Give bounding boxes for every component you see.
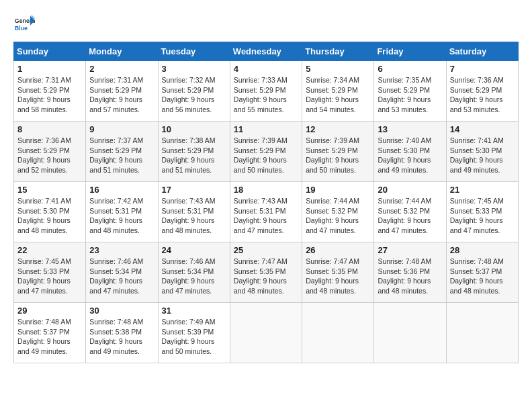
day-info: Sunrise: 7:47 AMSunset: 5:35 PMDaylight:… [234, 257, 287, 295]
day-number: 7 [450, 64, 515, 74]
day-info: Sunrise: 7:41 AMSunset: 5:30 PMDaylight:… [450, 136, 504, 174]
day-number: 13 [378, 124, 442, 134]
calendar-cell: 5 Sunrise: 7:34 AMSunset: 5:29 PMDayligh… [302, 61, 374, 122]
calendar-cell: 4 Sunrise: 7:33 AMSunset: 5:29 PMDayligh… [230, 61, 302, 122]
calendar-cell: 3 Sunrise: 7:32 AMSunset: 5:29 PMDayligh… [158, 61, 230, 122]
day-number: 15 [17, 185, 82, 195]
calendar-cell: 25 Sunrise: 7:47 AMSunset: 5:35 PMDaylig… [230, 242, 302, 303]
day-number: 14 [450, 124, 515, 134]
day-number: 23 [89, 245, 154, 255]
calendar-cell: 19 Sunrise: 7:44 AMSunset: 5:32 PMDaylig… [302, 182, 374, 242]
day-info: Sunrise: 7:44 AMSunset: 5:32 PMDaylight:… [378, 197, 431, 234]
day-number: 24 [162, 245, 226, 255]
calendar-cell: 20 Sunrise: 7:44 AMSunset: 5:32 PMDaylig… [374, 182, 446, 242]
calendar-week-row: 1 Sunrise: 7:31 AMSunset: 5:29 PMDayligh… [14, 61, 519, 122]
day-number: 8 [17, 124, 82, 134]
calendar-cell: 18 Sunrise: 7:43 AMSunset: 5:31 PMDaylig… [230, 182, 302, 242]
day-info: Sunrise: 7:33 AMSunset: 5:29 PMDaylight:… [234, 76, 287, 113]
calendar-cell: 12 Sunrise: 7:39 AMSunset: 5:29 PMDaylig… [302, 122, 374, 182]
calendar-header-tuesday: Tuesday [158, 42, 230, 61]
day-number: 22 [17, 245, 82, 255]
calendar-cell: 21 Sunrise: 7:45 AMSunset: 5:33 PMDaylig… [446, 182, 518, 242]
calendar-week-row: 29 Sunrise: 7:48 AMSunset: 5:37 PMDaylig… [14, 303, 519, 363]
calendar-cell: 11 Sunrise: 7:39 AMSunset: 5:29 PMDaylig… [230, 122, 302, 182]
day-info: Sunrise: 7:45 AMSunset: 5:33 PMDaylight:… [17, 257, 71, 295]
day-info: Sunrise: 7:40 AMSunset: 5:30 PMDaylight:… [378, 136, 431, 174]
day-number: 5 [306, 64, 370, 74]
day-info: Sunrise: 7:48 AMSunset: 5:36 PMDaylight:… [378, 257, 431, 295]
day-info: Sunrise: 7:46 AMSunset: 5:34 PMDaylight:… [89, 257, 143, 295]
day-info: Sunrise: 7:31 AMSunset: 5:29 PMDaylight:… [89, 76, 143, 113]
day-number: 6 [378, 64, 442, 74]
calendar-cell: 26 Sunrise: 7:47 AMSunset: 5:35 PMDaylig… [302, 242, 374, 303]
day-info: Sunrise: 7:48 AMSunset: 5:37 PMDaylight:… [450, 257, 504, 295]
calendar-cell: 28 Sunrise: 7:48 AMSunset: 5:37 PMDaylig… [446, 242, 518, 303]
day-number: 11 [234, 124, 298, 134]
calendar-cell: 22 Sunrise: 7:45 AMSunset: 5:33 PMDaylig… [14, 242, 86, 303]
day-number: 27 [378, 245, 442, 255]
calendar-cell: 6 Sunrise: 7:35 AMSunset: 5:29 PMDayligh… [374, 61, 446, 122]
calendar-cell: 23 Sunrise: 7:46 AMSunset: 5:34 PMDaylig… [86, 242, 158, 303]
calendar-cell: 13 Sunrise: 7:40 AMSunset: 5:30 PMDaylig… [374, 122, 446, 182]
calendar-header-sunday: Sunday [14, 42, 86, 61]
day-number: 29 [17, 306, 82, 316]
calendar-table: SundayMondayTuesdayWednesdayThursdayFrid… [13, 42, 519, 363]
day-info: Sunrise: 7:49 AMSunset: 5:39 PMDaylight:… [162, 318, 216, 355]
day-number: 25 [234, 245, 298, 255]
calendar-cell: 7 Sunrise: 7:36 AMSunset: 5:29 PMDayligh… [446, 61, 518, 122]
day-info: Sunrise: 7:35 AMSunset: 5:29 PMDaylight:… [378, 76, 431, 113]
day-info: Sunrise: 7:34 AMSunset: 5:29 PMDaylight:… [306, 76, 359, 113]
day-info: Sunrise: 7:48 AMSunset: 5:37 PMDaylight:… [17, 318, 71, 355]
svg-text:Blue: Blue [15, 25, 28, 32]
day-number: 26 [306, 245, 370, 255]
page-header: General Blue [13, 13, 519, 35]
day-number: 20 [378, 185, 442, 195]
day-number: 28 [450, 245, 515, 255]
day-number: 31 [162, 306, 226, 316]
calendar-cell: 9 Sunrise: 7:37 AMSunset: 5:29 PMDayligh… [86, 122, 158, 182]
calendar-cell: 31 Sunrise: 7:49 AMSunset: 5:39 PMDaylig… [158, 303, 230, 363]
day-number: 1 [17, 64, 82, 74]
logo: General Blue [13, 13, 35, 35]
day-number: 9 [89, 124, 154, 134]
day-number: 19 [306, 185, 370, 195]
calendar-cell: 2 Sunrise: 7:31 AMSunset: 5:29 PMDayligh… [86, 61, 158, 122]
calendar-week-row: 8 Sunrise: 7:36 AMSunset: 5:29 PMDayligh… [14, 122, 519, 182]
calendar-header-row: SundayMondayTuesdayWednesdayThursdayFrid… [14, 42, 519, 61]
day-info: Sunrise: 7:47 AMSunset: 5:35 PMDaylight:… [306, 257, 359, 295]
calendar-header-thursday: Thursday [302, 42, 374, 61]
day-info: Sunrise: 7:43 AMSunset: 5:31 PMDaylight:… [234, 197, 287, 234]
day-number: 18 [234, 185, 298, 195]
calendar-header-monday: Monday [86, 42, 158, 61]
calendar-header-saturday: Saturday [446, 42, 518, 61]
day-info: Sunrise: 7:44 AMSunset: 5:32 PMDaylight:… [306, 197, 359, 234]
calendar-cell: 1 Sunrise: 7:31 AMSunset: 5:29 PMDayligh… [14, 61, 86, 122]
calendar-cell: 24 Sunrise: 7:46 AMSunset: 5:34 PMDaylig… [158, 242, 230, 303]
calendar-cell: 27 Sunrise: 7:48 AMSunset: 5:36 PMDaylig… [374, 242, 446, 303]
page-container: General Blue SundayMondayTuesdayWednesda… [13, 13, 519, 363]
day-info: Sunrise: 7:36 AMSunset: 5:29 PMDaylight:… [450, 76, 504, 113]
day-info: Sunrise: 7:43 AMSunset: 5:31 PMDaylight:… [162, 197, 216, 234]
calendar-cell: 14 Sunrise: 7:41 AMSunset: 5:30 PMDaylig… [446, 122, 518, 182]
day-number: 2 [89, 64, 154, 74]
day-number: 3 [162, 64, 226, 74]
calendar-cell: 15 Sunrise: 7:41 AMSunset: 5:30 PMDaylig… [14, 182, 86, 242]
day-number: 16 [89, 185, 154, 195]
day-number: 30 [89, 306, 154, 316]
calendar-cell: 17 Sunrise: 7:43 AMSunset: 5:31 PMDaylig… [158, 182, 230, 242]
calendar-cell [446, 303, 518, 363]
calendar-cell [302, 303, 374, 363]
day-info: Sunrise: 7:45 AMSunset: 5:33 PMDaylight:… [450, 197, 504, 234]
calendar-cell: 8 Sunrise: 7:36 AMSunset: 5:29 PMDayligh… [14, 122, 86, 182]
calendar-header-friday: Friday [374, 42, 446, 61]
calendar-cell: 10 Sunrise: 7:38 AMSunset: 5:29 PMDaylig… [158, 122, 230, 182]
calendar-week-row: 22 Sunrise: 7:45 AMSunset: 5:33 PMDaylig… [14, 242, 519, 303]
logo-icon: General Blue [13, 13, 35, 35]
day-number: 17 [162, 185, 226, 195]
day-number: 10 [162, 124, 226, 134]
day-number: 4 [234, 64, 298, 74]
day-info: Sunrise: 7:39 AMSunset: 5:29 PMDaylight:… [234, 136, 287, 174]
calendar-header-wednesday: Wednesday [230, 42, 302, 61]
calendar-cell: 30 Sunrise: 7:48 AMSunset: 5:38 PMDaylig… [86, 303, 158, 363]
day-info: Sunrise: 7:31 AMSunset: 5:29 PMDaylight:… [17, 76, 71, 113]
